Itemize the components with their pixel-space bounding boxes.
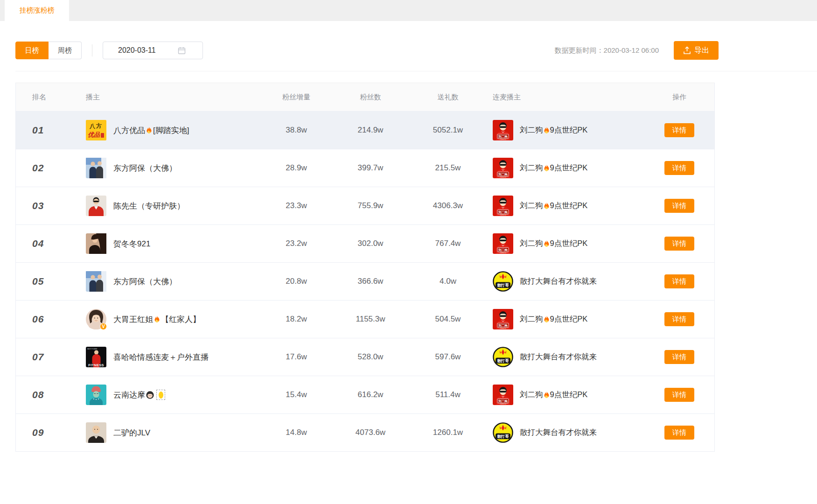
date-picker[interactable]	[103, 42, 203, 59]
rank-period-toggle: 日榜 周榜	[15, 42, 82, 59]
pk-name-text: 散打大舞台有才你就来	[520, 352, 597, 362]
verified-badge: V	[100, 323, 107, 330]
tab-guabang-zhangfenbang[interactable]: 挂榜涨粉榜	[5, 0, 69, 21]
rank-number: 04	[32, 238, 44, 249]
detail-button[interactable]: 详情	[664, 312, 694, 326]
broadcaster-avatar	[86, 233, 106, 254]
fan-count-value: 302.0w	[358, 239, 384, 248]
gift-count-value: 4306.3w	[433, 201, 463, 210]
woman-emoji-icon	[146, 391, 154, 399]
broadcaster-avatar	[86, 271, 106, 292]
pk-name-text: 刘二狗	[520, 238, 543, 249]
broadcaster-name-text: 云南达摩	[113, 390, 145, 400]
fan-gain-value: 18.2w	[286, 315, 307, 323]
fire-icon	[544, 391, 550, 399]
pk-broadcaster-avatar: 散打哥	[493, 347, 513, 367]
rank-number: 05	[32, 276, 44, 287]
col-rank: 排名	[16, 93, 86, 102]
svg-text:刘二狗: 刘二狗	[498, 173, 508, 176]
pk-name-tail: 9点世纪PK	[550, 314, 588, 324]
pk-name-tail: 9点世纪PK	[550, 201, 588, 211]
pk-broadcaster-name: 刘二狗9点世纪PK	[520, 390, 587, 400]
svg-text:LIUERGOU: LIUERGOU	[500, 139, 506, 140]
broadcaster-name: 八方优品[脚踏实地]	[113, 125, 189, 136]
gift-count-value: 767.4w	[435, 239, 461, 248]
fan-gain-value: 17.6w	[286, 352, 307, 361]
broadcaster-avatar	[86, 422, 106, 443]
broadcaster-name-text: 东方阿保（大佛）	[113, 163, 177, 174]
detail-button[interactable]: 详情	[664, 199, 694, 213]
broadcaster-name-text: 二驴的JLV	[113, 427, 150, 438]
pk-broadcaster-name: 散打大舞台有才你就来	[520, 276, 597, 287]
broadcaster-name-text: 贺冬冬921	[113, 238, 150, 249]
pk-broadcaster-name: 刘二狗9点世纪PK	[520, 238, 587, 249]
gift-count-value: 511.4w	[435, 390, 461, 399]
fire-icon	[544, 391, 550, 399]
export-label: 导出	[694, 46, 709, 56]
pk-broadcaster-name: 刘二狗9点世纪PK	[520, 314, 587, 324]
gift-count-value: 504.5w	[435, 315, 461, 323]
fire-icon	[154, 315, 160, 323]
pk-broadcaster-avatar: 刘二狗LIUERGOU	[493, 196, 513, 216]
pk-name-text: 散打大舞台有才你就来	[520, 427, 597, 438]
rank-number: 06	[32, 314, 44, 324]
detail-button[interactable]: 详情	[664, 426, 694, 440]
detail-button[interactable]: 详情	[664, 388, 694, 402]
detail-button[interactable]: 详情	[664, 237, 694, 251]
svg-text:LIUERGOU: LIUERGOU	[500, 403, 506, 405]
rank-number: 01	[32, 125, 44, 135]
pk-broadcaster-avatar: 刘二狗LIUERGOU	[493, 120, 513, 140]
svg-text:FITNESS: FITNESS	[88, 363, 104, 367]
tab-bar: 挂榜涨粉榜	[0, 0, 817, 21]
broadcaster-name-text: 东方阿保（大佛）	[113, 276, 177, 287]
detail-button[interactable]: 详情	[664, 350, 694, 364]
fire-icon	[544, 202, 550, 210]
broadcaster-name: 陈先生（专研护肤）	[113, 201, 185, 211]
broadcaster-avatar	[86, 385, 106, 405]
gift-count-value: 4.0w	[440, 277, 456, 286]
date-input[interactable]	[103, 46, 177, 55]
svg-text:LIUERGOU: LIUERGOU	[500, 252, 506, 254]
col-action: 操作	[644, 93, 714, 102]
detail-button[interactable]: 详情	[664, 161, 694, 175]
col-pk-broadcaster: 连麦播主	[488, 93, 644, 102]
woman-emoji-icon	[146, 391, 154, 399]
col-gift-count: 送礼数	[408, 93, 488, 102]
gift-count-value: 215.5w	[435, 163, 461, 172]
pk-name-tail: 9点世纪PK	[550, 163, 588, 173]
fire-icon	[544, 126, 550, 134]
fan-gain-value: 28.9w	[286, 163, 307, 172]
detail-button[interactable]: 详情	[664, 123, 694, 137]
svg-text:散打哥: 散打哥	[497, 358, 509, 363]
daily-rank-button[interactable]: 日榜	[15, 42, 49, 59]
table-header: 排名 播主 粉丝增量 粉丝数 送礼数 连麦播主 操作	[16, 83, 714, 111]
table-row: 09 二驴的JLV 14.8w 4073.6w 1260.1w 散打哥 散打大舞…	[16, 413, 714, 451]
broadcaster-name-text: 大胃王红姐	[113, 314, 153, 325]
col-fan-gain: 粉丝增量	[259, 93, 333, 102]
fire-icon	[544, 126, 550, 134]
weekly-rank-button[interactable]: 周榜	[49, 42, 82, 59]
pk-broadcaster-avatar: 刘二狗LIUERGOU	[493, 233, 513, 254]
svg-text:LIUERGOU: LIUERGOU	[500, 328, 506, 329]
table-row: 06 V 大胃王红姐【红家人】 18.2w 1155.3w 504.5w 刘二狗…	[16, 300, 714, 338]
pk-broadcaster-avatar: 散打哥	[493, 422, 513, 443]
pk-name-text: 散打大舞台有才你就来	[520, 276, 597, 287]
pk-broadcaster-avatar: 刘二狗LIUERGOU	[493, 309, 513, 329]
rank-number: 07	[32, 351, 44, 362]
broadcaster-avatar: 八方优品	[86, 120, 106, 140]
pk-name-tail: 9点世纪PK	[550, 125, 588, 135]
pk-name-tail: 9点世纪PK	[550, 390, 588, 400]
broadcaster-name: 东方阿保（大佛）	[113, 276, 177, 287]
fire-icon	[544, 164, 550, 172]
export-button[interactable]: 导出	[674, 41, 719, 60]
svg-text:刘二狗: 刘二狗	[498, 399, 508, 403]
fan-gain-value: 14.8w	[286, 428, 307, 437]
fire-icon	[544, 202, 550, 210]
table-body: 01 八方优品 八方优品[脚踏实地] 38.8w 214.9w 5052.1w …	[16, 111, 714, 451]
fan-count-value: 616.2w	[358, 390, 384, 399]
broadcaster-avatar	[86, 158, 106, 178]
broadcaster-name: 东方阿保（大佛）	[113, 163, 177, 174]
table-row: 02 东方阿保（大佛） 28.9w 399.7w 215.5w 刘二狗LIUER…	[16, 149, 714, 187]
detail-button[interactable]: 详情	[664, 274, 694, 288]
ranking-table: 排名 播主 粉丝增量 粉丝数 送礼数 连麦播主 操作 01 八方优品 八方优品[…	[15, 83, 715, 452]
